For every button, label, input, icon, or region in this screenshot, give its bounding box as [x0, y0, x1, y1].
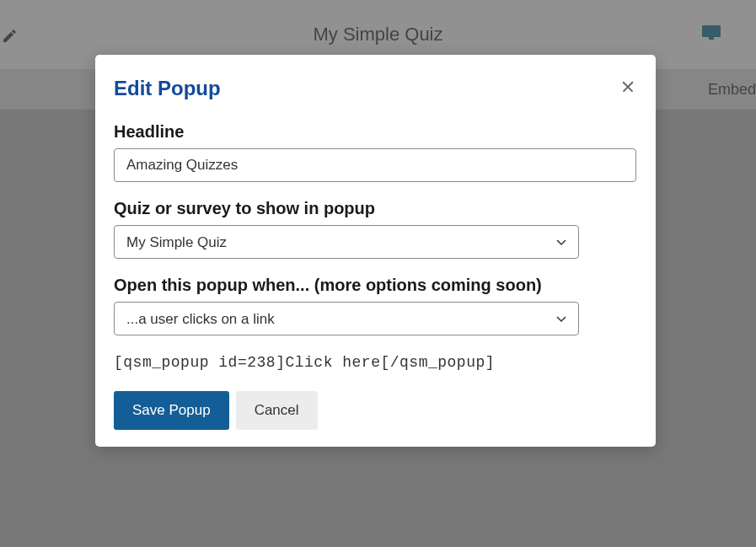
modal-title: Edit Popup: [114, 77, 637, 100]
trigger-select-wrap: ...a user clicks on a link: [114, 302, 579, 335]
quiz-select-wrap: My Simple Quiz: [114, 225, 579, 259]
trigger-select-field-group: Open this popup when... (more options co…: [114, 276, 637, 335]
quiz-select-label: Quiz or survey to show in popup: [114, 199, 637, 218]
cancel-button[interactable]: Cancel: [236, 391, 318, 430]
headline-label: Headline: [114, 122, 637, 142]
headline-input[interactable]: [114, 148, 636, 182]
trigger-select-label: Open this popup when... (more options co…: [114, 276, 637, 295]
save-button[interactable]: Save Popup: [114, 391, 229, 430]
headline-field-group: Headline: [114, 122, 637, 182]
close-icon[interactable]: [620, 78, 637, 95]
quiz-select[interactable]: My Simple Quiz: [114, 225, 579, 259]
edit-popup-modal: Edit Popup Headline Quiz or survey to sh…: [95, 55, 656, 447]
quiz-select-field-group: Quiz or survey to show in popup My Simpl…: [114, 199, 637, 259]
trigger-select[interactable]: ...a user clicks on a link: [114, 302, 579, 335]
shortcode-text: [qsm_popup id=238]Click here[/qsm_popup]: [114, 354, 637, 371]
button-row: Save Popup Cancel: [114, 391, 637, 430]
